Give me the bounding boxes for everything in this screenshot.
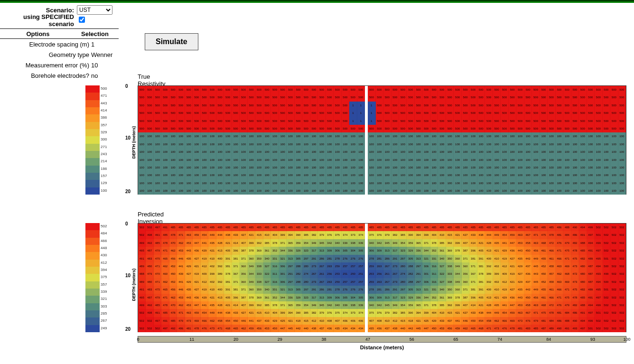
chart1-title: True Resistivity Model (138, 73, 166, 83)
option-row: Borehole electrodes?no (0, 70, 119, 81)
simulate-button[interactable]: Simulate (145, 33, 198, 50)
options-header: Options Selection (0, 28, 119, 39)
option-label: Measurement error (%) (0, 62, 90, 69)
option-value[interactable]: 1 (90, 41, 119, 48)
scenario-select[interactable]: UST (77, 5, 112, 15)
option-label: Geometry type (0, 51, 90, 58)
option-value[interactable]: no (90, 72, 119, 79)
option-label: Electrode spacing (m) (0, 41, 90, 48)
option-row: Measurement error (%)10 (0, 60, 119, 70)
option-row: Electrode spacing (m)1 (0, 39, 119, 49)
option-value[interactable]: Wenner (90, 51, 119, 58)
specified-checkbox[interactable] (79, 17, 85, 23)
option-value[interactable]: 10 (90, 62, 119, 69)
option-row: Geometry typeWenner (0, 49, 119, 60)
options-col2: Selection (76, 30, 114, 37)
config-panel: Scenario: UST using SPECIFIED scenario O… (0, 3, 119, 83)
option-label: Borehole electrodes? (0, 72, 90, 79)
specified-label: using SPECIFIED scenario (0, 13, 76, 28)
options-col1: Options (0, 30, 76, 37)
scenario-label: Scenario: (0, 7, 76, 14)
